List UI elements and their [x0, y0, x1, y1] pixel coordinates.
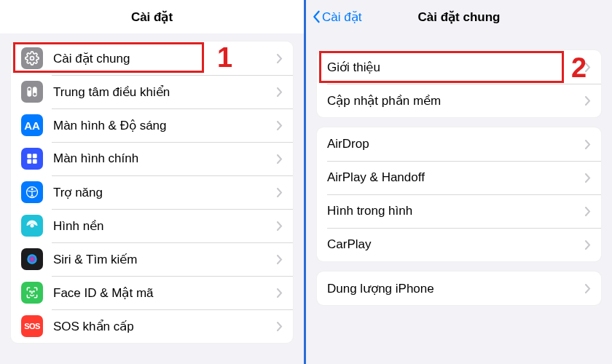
row-wallpaper[interactable]: Hình nền: [11, 209, 293, 242]
back-button[interactable]: Cài đặt: [312, 9, 361, 25]
chevron-right-icon: [585, 240, 591, 250]
chevron-right-icon: [585, 140, 591, 149]
chevron-right-icon: [277, 154, 283, 164]
row-label: Màn hình chính: [53, 151, 277, 166]
row-siri[interactable]: Siri & Tìm kiếm: [11, 242, 293, 276]
row-carplay[interactable]: CarPlay: [317, 228, 601, 261]
back-label: Cài đặt: [322, 9, 361, 25]
chevron-right-icon: [585, 63, 591, 72]
row-label: Hình nền: [53, 218, 277, 234]
row-home-screen[interactable]: Màn hình chính: [11, 142, 293, 175]
svg-rect-7: [27, 159, 31, 164]
row-label: Cập nhật phần mềm: [327, 93, 585, 108]
settings-root-pane: Cài đặt Cài đặt chung Trung tâm điều khi…: [0, 0, 306, 364]
row-label: Face ID & Mật mã: [53, 285, 277, 301]
svg-rect-8: [33, 159, 37, 164]
row-control-center[interactable]: Trung tâm điều khiển: [11, 75, 293, 108]
row-face-id[interactable]: Face ID & Mật mã: [11, 276, 293, 309]
right-header: Cài đặt Cài đặt chung: [306, 0, 612, 33]
display-icon: AA: [21, 114, 43, 136]
row-label: AirPlay & Handoff: [327, 170, 585, 185]
row-about[interactable]: Giới thiệu: [317, 50, 601, 84]
row-label: Trợ năng: [53, 185, 277, 200]
chevron-right-icon: [277, 121, 283, 130]
row-airdrop[interactable]: AirDrop: [317, 127, 601, 161]
left-settings-group: Cài đặt chung Trung tâm điều khiển AA Mà…: [10, 41, 294, 344]
row-accessibility[interactable]: Trợ năng: [11, 175, 293, 209]
sos-icon: SOS: [21, 315, 43, 337]
svg-point-11: [31, 224, 34, 228]
gear-icon: [21, 47, 43, 69]
row-software-update[interactable]: Cập nhật phần mềm: [317, 84, 601, 117]
face-id-icon: [21, 282, 43, 304]
chevron-right-icon: [585, 96, 591, 106]
chevron-right-icon: [277, 54, 283, 63]
chevron-right-icon: [277, 322, 283, 331]
row-label: AirDrop: [327, 137, 585, 151]
group-about-update: Giới thiệu Cập nhật phần mềm: [316, 50, 602, 118]
row-label: Màn hình & Độ sáng: [53, 118, 277, 133]
row-display[interactable]: AA Màn hình & Độ sáng: [11, 108, 293, 142]
row-label: Trung tâm điều khiển: [53, 84, 277, 100]
chevron-right-icon: [277, 255, 283, 264]
svg-point-10: [31, 188, 34, 190]
chevron-right-icon: [277, 288, 283, 298]
chevron-right-icon: [277, 221, 283, 231]
svg-rect-6: [33, 154, 37, 158]
row-pip[interactable]: Hình trong hình: [317, 194, 601, 228]
chevron-right-icon: [585, 284, 591, 293]
svg-point-0: [31, 57, 34, 60]
svg-point-2: [28, 88, 31, 91]
general-settings-pane: Cài đặt Cài đặt chung Giới thiệu Cập nhậ…: [306, 0, 612, 364]
row-general[interactable]: Cài đặt chung: [11, 41, 293, 75]
accessibility-icon: [21, 181, 43, 203]
svg-point-13: [30, 291, 31, 292]
chevron-right-icon: [585, 173, 591, 183]
svg-point-14: [34, 291, 34, 292]
row-label: Hình trong hình: [327, 204, 585, 218]
row-label: Dung lượng iPhone: [327, 281, 585, 296]
row-label: Siri & Tìm kiếm: [53, 252, 277, 267]
svg-point-4: [34, 93, 36, 96]
row-label: SOS khẩn cấp: [53, 319, 277, 334]
chevron-right-icon: [277, 188, 283, 197]
svg-rect-5: [27, 154, 31, 158]
wallpaper-icon: [21, 215, 43, 237]
chevron-right-icon: [277, 87, 283, 97]
svg-point-12: [27, 254, 36, 264]
row-airplay[interactable]: AirPlay & Handoff: [317, 161, 601, 194]
row-sos[interactable]: SOS SOS khẩn cấp: [11, 309, 293, 343]
row-storage[interactable]: Dung lượng iPhone: [317, 272, 601, 305]
control-center-icon: [21, 81, 43, 103]
chevron-right-icon: [585, 207, 591, 216]
row-label: CarPlay: [327, 237, 585, 252]
left-header: Cài đặt: [0, 0, 304, 33]
siri-icon: [21, 248, 43, 270]
group-connectivity: AirDrop AirPlay & Handoff Hình trong hìn…: [316, 127, 602, 262]
group-storage: Dung lượng iPhone: [316, 271, 602, 306]
row-label: Giới thiệu: [327, 60, 585, 75]
home-screen-icon: [21, 148, 43, 170]
left-title: Cài đặt: [131, 9, 173, 25]
row-label: Cài đặt chung: [53, 51, 277, 66]
right-title: Cài đặt chung: [418, 9, 501, 25]
